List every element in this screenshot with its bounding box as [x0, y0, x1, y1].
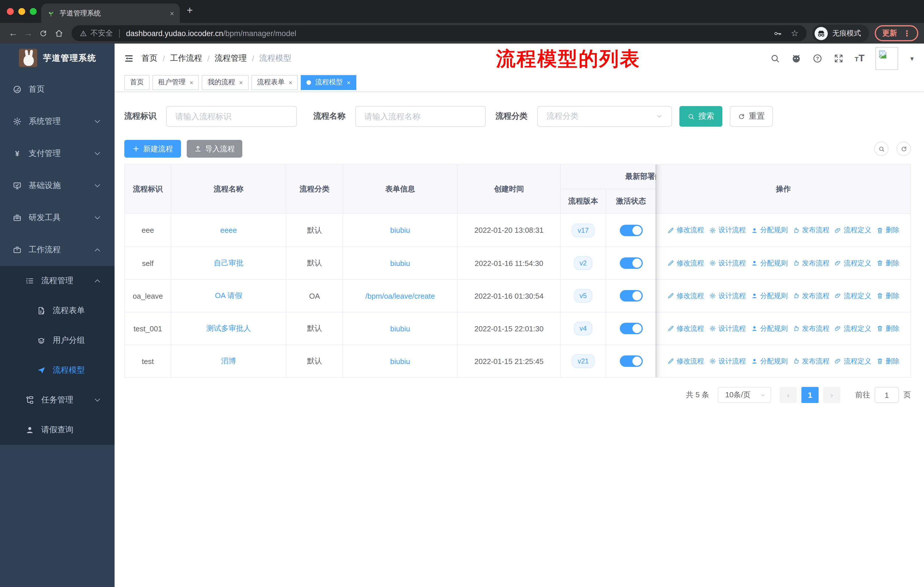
search-button[interactable]: 搜索 [680, 106, 723, 127]
action-delete[interactable]: 删除 [876, 258, 899, 268]
create-process-button[interactable]: 新建流程 [124, 140, 181, 158]
action-assign-rule[interactable]: 分配规则 [751, 291, 788, 301]
action-deploy-process[interactable]: 发布流程 [793, 324, 830, 333]
close-icon[interactable] [289, 79, 292, 86]
filter-category-select[interactable]: 流程分类 [537, 106, 672, 127]
breadcrumb-item[interactable]: 首页 [142, 53, 158, 64]
form-info-link[interactable]: biubiu [390, 324, 410, 333]
action-process-definition[interactable]: 流程定义 [835, 225, 871, 235]
sidebar-item-devtools[interactable]: 研发工具 [0, 202, 115, 234]
process-name-link[interactable]: 测试多审批人 [206, 323, 251, 334]
action-design-process[interactable]: 设计流程 [709, 258, 746, 268]
action-deploy-process[interactable]: 发布流程 [793, 258, 830, 268]
github-icon[interactable] [791, 53, 802, 64]
forward-button[interactable] [21, 28, 36, 38]
action-delete[interactable]: 删除 [876, 291, 899, 301]
action-edit-process[interactable]: 修改流程 [667, 291, 704, 301]
search-icon[interactable] [770, 53, 780, 64]
action-deploy-process[interactable]: 发布流程 [793, 225, 830, 235]
reload-button[interactable] [39, 29, 48, 38]
close-icon[interactable] [347, 79, 351, 86]
sidebar-item-leave-query[interactable]: 请假查询 [0, 415, 115, 445]
process-name-link[interactable]: OA 请假 [215, 291, 242, 301]
action-edit-process[interactable]: 修改流程 [667, 324, 704, 333]
form-info-link[interactable]: /bpm/oa/leave/create [365, 291, 435, 300]
action-design-process[interactable]: 设计流程 [709, 291, 746, 301]
action-edit-process[interactable]: 修改流程 [667, 258, 704, 268]
help-icon[interactable] [812, 53, 823, 64]
browser-tab[interactable]: 芋道管理系统 [41, 3, 180, 23]
toggle-search-button[interactable] [874, 142, 888, 156]
import-process-button[interactable]: 导入流程 [187, 140, 242, 158]
version-badge[interactable]: v4 [574, 322, 592, 336]
action-design-process[interactable]: 设计流程 [709, 356, 746, 366]
sidebar-logo[interactable]: 芋道管理系统 [0, 43, 115, 72]
action-process-definition[interactable]: 流程定义 [835, 324, 871, 333]
prev-page-button[interactable] [780, 387, 797, 403]
sidebar-item-workflow[interactable]: 工作流程 [0, 234, 115, 266]
update-button[interactable]: 更新 [875, 25, 918, 41]
home-button[interactable] [54, 29, 64, 38]
security-chip[interactable]: 不安全 [80, 28, 113, 38]
version-badge[interactable]: v2 [574, 256, 592, 270]
version-badge[interactable]: v21 [572, 354, 595, 368]
action-edit-process[interactable]: 修改流程 [667, 225, 704, 235]
tab-process-form[interactable]: 流程表单 [251, 75, 298, 90]
browser-menu-icon[interactable] [903, 29, 911, 38]
sidebar-item-process-model[interactable]: 流程模型 [0, 356, 115, 385]
action-delete[interactable]: 删除 [876, 225, 899, 235]
action-delete[interactable]: 删除 [876, 356, 899, 366]
action-assign-rule[interactable]: 分配规则 [751, 324, 788, 333]
tab-home[interactable]: 首页 [124, 75, 150, 90]
breadcrumb-item[interactable]: 工作流程 [170, 53, 202, 64]
breadcrumb-item[interactable]: 流程管理 [215, 53, 247, 64]
action-process-definition[interactable]: 流程定义 [835, 356, 871, 366]
hamburger-icon[interactable] [124, 54, 134, 63]
filter-key-input[interactable] [166, 106, 297, 127]
active-status-toggle[interactable] [620, 225, 642, 236]
active-status-toggle[interactable] [620, 257, 642, 269]
form-info-link[interactable]: biubiu [390, 259, 410, 268]
action-process-definition[interactable]: 流程定义 [835, 258, 871, 268]
form-info-link[interactable]: biubiu [390, 357, 410, 365]
process-name-link[interactable]: 滔博 [221, 356, 236, 366]
active-status-toggle[interactable] [620, 356, 642, 367]
sidebar-item-process-form[interactable]: 流程表单 [0, 296, 115, 326]
active-status-toggle[interactable] [620, 323, 642, 334]
sidebar-item-process-mgmt[interactable]: 流程管理 [0, 266, 115, 296]
sidebar-item-task-mgmt[interactable]: 任务管理 [0, 385, 115, 415]
action-process-definition[interactable]: 流程定义 [835, 291, 871, 301]
action-deploy-process[interactable]: 发布流程 [793, 356, 830, 366]
process-name-link[interactable]: eeee [220, 226, 237, 235]
action-delete[interactable]: 删除 [876, 324, 899, 333]
form-info-link[interactable]: biubiu [390, 226, 410, 235]
goto-page-input[interactable] [875, 387, 899, 403]
version-badge[interactable]: v17 [572, 223, 595, 237]
action-design-process[interactable]: 设计流程 [709, 225, 746, 235]
version-badge[interactable]: v5 [574, 289, 592, 303]
close-icon[interactable] [190, 79, 193, 86]
window-minimize-button[interactable] [18, 8, 25, 15]
sidebar-item-user-group[interactable]: 用户分组 [0, 326, 115, 356]
avatar-caret-icon[interactable] [909, 55, 915, 62]
action-assign-rule[interactable]: 分配规则 [751, 225, 788, 235]
address-bar[interactable]: 不安全 dashboard.yudao.iocoder.cn/bpm/manag… [72, 25, 807, 41]
action-design-process[interactable]: 设计流程 [709, 324, 746, 333]
sidebar-item-payment[interactable]: 支付管理 [0, 137, 115, 170]
font-size-icon[interactable] [855, 53, 865, 64]
sidebar-item-system[interactable]: 系统管理 [0, 106, 115, 137]
close-icon[interactable] [239, 79, 243, 86]
filter-name-input[interactable] [355, 106, 486, 127]
page-size-select[interactable]: 10条/页 [718, 387, 771, 403]
tab-close-icon[interactable] [170, 9, 174, 18]
window-zoom-button[interactable] [30, 8, 37, 15]
active-status-toggle[interactable] [620, 290, 642, 301]
reset-button[interactable]: 重置 [730, 106, 773, 127]
sidebar-item-home[interactable]: 首页 [0, 73, 115, 106]
bookmark-star-icon[interactable] [791, 28, 799, 38]
new-tab-button[interactable] [187, 5, 193, 17]
refresh-table-button[interactable] [896, 142, 911, 156]
next-page-button[interactable] [823, 387, 840, 403]
process-name-link[interactable]: 自己审批 [214, 258, 243, 268]
tab-process-model[interactable]: 流程模型 [301, 75, 356, 90]
